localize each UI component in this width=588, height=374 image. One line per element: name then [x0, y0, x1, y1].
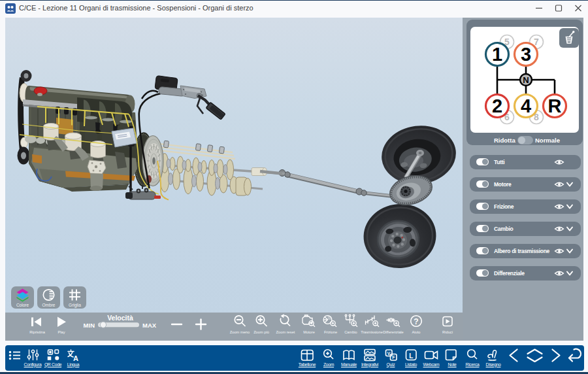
svg-text:?: ? [414, 317, 418, 326]
svg-text:MAX: MAX [142, 322, 157, 329]
svg-text:Zoom reset: Zoom reset [276, 330, 295, 334]
svg-text:Velocità: Velocità [107, 314, 133, 322]
svg-text:Ripristina: Ripristina [29, 330, 46, 334]
svg-text:L: L [409, 352, 413, 360]
svg-text:1: 1 [492, 44, 502, 65]
svg-text:2: 2 [492, 95, 502, 116]
svg-text:Frizione: Frizione [324, 330, 337, 334]
svg-text:Cambio: Cambio [344, 330, 357, 334]
svg-text:A: A [73, 354, 78, 362]
svg-text:R: R [548, 95, 562, 116]
svg-text:Zoom meno: Zoom meno [230, 330, 250, 334]
svg-text:Play: Play [57, 330, 65, 334]
svg-text:MIN: MIN [84, 322, 95, 329]
svg-text:N: N [523, 75, 529, 85]
svg-text:Riduci: Riduci [442, 330, 453, 334]
svg-text:V: V [387, 351, 391, 356]
svg-text:3: 3 [521, 44, 531, 65]
svg-text:F: F [392, 355, 395, 360]
svg-text:Motore: Motore [303, 330, 315, 334]
svg-text:Aiuto: Aiuto [412, 330, 421, 334]
svg-text:4: 4 [521, 95, 531, 116]
svg-text:Zoom più: Zoom più [253, 330, 269, 334]
svg-text:Trasmissione: Trasmissione [361, 330, 383, 334]
svg-text:Differenziale: Differenziale [383, 330, 404, 334]
